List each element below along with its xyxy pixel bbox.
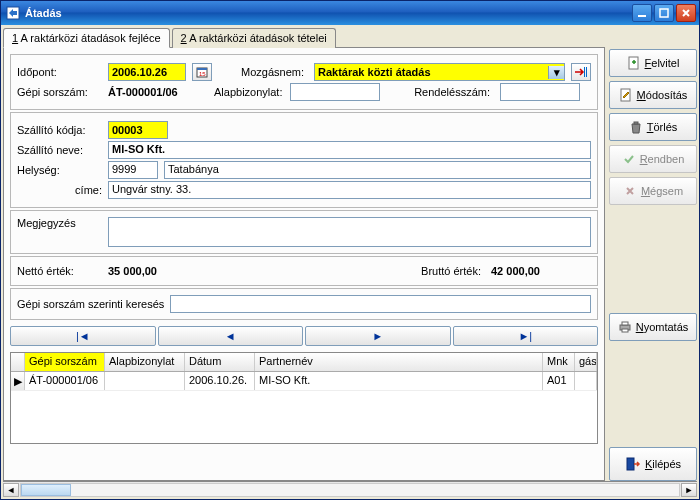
szallito-nev-value: MI-SO Kft. [108,141,591,159]
gepi-value: ÁT-000001/06 [108,86,208,98]
group-totals: Nettó érték: 35 000,00 Bruttó érték: 42 … [10,256,598,286]
svg-rect-1 [638,15,646,17]
tab-items[interactable]: 2 A raktárközi átadások tételei [172,28,336,48]
tab-body: Időpont: 15 Mozgásnem: Raktárak közti át… [3,47,605,481]
felvitel-button[interactable]: Felvitel [609,49,697,77]
window-title: Átadás [25,7,632,19]
row-marker-icon: ▶ [11,372,25,390]
alap-input[interactable] [290,83,380,101]
svg-rect-10 [634,122,638,124]
new-record-icon [627,56,641,70]
window-minimize-button[interactable] [632,4,652,22]
idopont-label: Időpont: [17,66,102,78]
record-navigator: |◄ ◄ ► ►| [10,326,598,346]
nav-next-button[interactable]: ► [305,326,451,346]
helyseg-irsz: 9999 [108,161,158,179]
search-label: Gépi sorszám szerinti keresés [17,298,164,310]
helyseg-label: Helység: [17,164,102,176]
grid-header-rowmarker [11,353,25,371]
exit-icon [625,456,641,472]
grid-header-alap[interactable]: Alapbizonylat [105,353,185,371]
svg-rect-12 [622,322,628,325]
horizontal-scrollbar[interactable]: ◄ ► [3,481,697,497]
szallito-kod-input[interactable] [108,121,168,139]
grid-body: ▶ ÁT-000001/06 2006.10.26. MI-SO Kft. A0… [11,372,597,443]
megjegyzes-label: Megjegyzés [17,217,102,229]
records-grid[interactable]: Gépi sorszám Alapbizonylat Dátum Partner… [10,352,598,444]
svg-rect-13 [622,329,628,332]
netto-value: 35 000,00 [108,265,228,277]
cell-mnk: A01 [543,372,575,390]
grid-header-datum[interactable]: Dátum [185,353,255,371]
netto-label: Nettó érték: [17,265,102,277]
cim-label: címe: [17,184,102,196]
mozgasnem-select[interactable]: Raktárak közti átadás ▾ [314,63,565,81]
search-input[interactable] [170,295,591,313]
mozgasnem-value: Raktárak közti átadás [315,65,548,79]
tab-strip: 1 A raktárközi átadások fejléce 2 A rakt… [3,28,605,48]
brutto-label: Bruttó érték: [415,265,485,277]
group-megjegyzes: Megjegyzés [10,210,598,254]
cell-gas [575,372,597,390]
modositas-button[interactable]: Módosítás [609,81,697,109]
cim-value: Ungvár stny. 33. [108,181,591,199]
trash-icon [629,120,643,134]
grid-header-partner[interactable]: Partnernév [255,353,543,371]
svg-text:15: 15 [199,71,206,77]
megjegyzes-input[interactable] [108,217,591,247]
svg-rect-4 [197,68,207,70]
check-icon [622,152,636,166]
torles-button[interactable]: Törlés [609,113,697,141]
szallito-nev-label: Szállító neve: [17,144,102,156]
cell-gepi: ÁT-000001/06 [25,372,105,390]
date-picker-button[interactable]: 15 [192,63,212,81]
cell-datum: 2006.10.26. [185,372,255,390]
cancel-icon [623,184,637,198]
brutto-value: 42 000,00 [491,265,591,277]
svg-rect-2 [660,9,668,17]
tab-header[interactable]: 1 A raktárközi átadások fejléce [3,28,170,48]
chevron-down-icon: ▾ [548,66,564,79]
gepi-label: Gépi sorszám: [17,86,102,98]
kilepes-button[interactable]: Kilépés [609,447,697,481]
nav-first-button[interactable]: |◄ [10,326,156,346]
grid-header-mnk[interactable]: Mnk [543,353,575,371]
titlebar: Átadás [1,1,699,25]
megsem-button: Mégsem [609,177,697,205]
scroll-left-button[interactable]: ◄ [3,483,19,497]
rend-input[interactable] [500,83,580,101]
group-search: Gépi sorszám szerinti keresés [10,288,598,320]
cell-alap [105,372,185,390]
rend-label: Rendelésszám: [404,86,494,98]
window-maximize-button[interactable] [654,4,674,22]
scroll-track[interactable] [20,483,680,497]
idopont-input[interactable] [108,63,186,81]
alap-label: Alapbizonylat: [214,86,284,98]
table-row[interactable]: ▶ ÁT-000001/06 2006.10.26. MI-SO Kft. A0… [11,372,597,391]
window-close-button[interactable] [676,4,696,22]
group-szallito: Szállító kódja: Szállító neve: MI-SO Kft… [10,112,598,208]
grid-header-gepi[interactable]: Gépi sorszám [25,353,105,371]
szallito-kod-label: Szállító kódja: [17,124,102,136]
svg-rect-14 [627,458,634,470]
printer-icon [618,320,632,334]
scroll-thumb[interactable] [21,484,71,496]
mozgasnem-lookup-button[interactable] [571,63,591,81]
grid-header-gas[interactable]: gás [575,353,597,371]
grid-header: Gépi sorszám Alapbizonylat Dátum Partner… [11,353,597,372]
group-top: Időpont: 15 Mozgásnem: Raktárak közti át… [10,54,598,110]
svg-rect-7 [586,67,587,77]
side-toolbar: Felvitel Módosítás Törlés Rendben Mégsem [609,27,697,481]
svg-rect-6 [584,67,585,77]
scroll-right-button[interactable]: ► [681,483,697,497]
nav-last-button[interactable]: ►| [453,326,599,346]
app-icon [5,5,21,21]
edit-icon [619,88,633,102]
rendben-button: Rendben [609,145,697,173]
nav-prev-button[interactable]: ◄ [158,326,304,346]
nyomtatas-button[interactable]: Nyomtatás [609,313,697,341]
helyseg-nev: Tatabánya [164,161,591,179]
app-window: Átadás 1 A raktárközi átadások fejléce 2… [0,0,700,500]
cell-partner: MI-SO Kft. [255,372,543,390]
mozgasnem-label: Mozgásnem: [238,66,308,78]
